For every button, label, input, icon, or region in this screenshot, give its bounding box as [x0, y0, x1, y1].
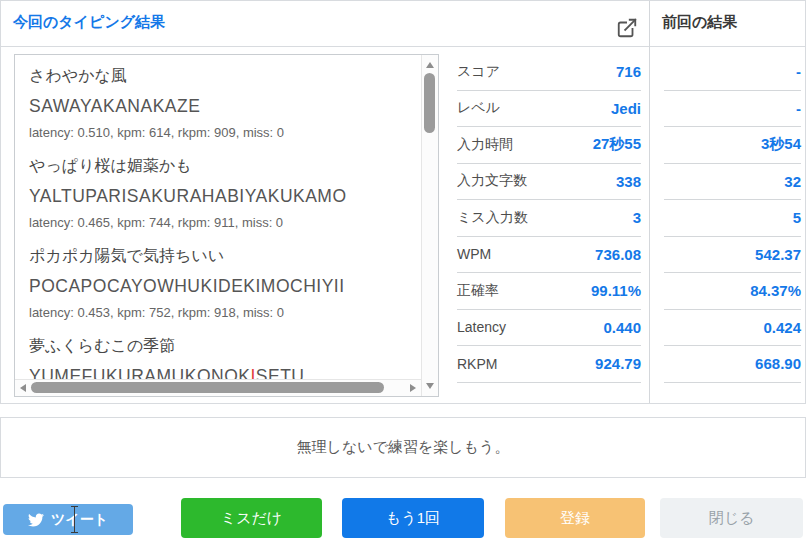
- stat-value: 736.08: [595, 246, 641, 263]
- stat-value: 0.440: [603, 319, 641, 336]
- prev-stat-value: 0.424: [763, 319, 801, 336]
- prev-stat-row: -: [664, 91, 801, 128]
- stat-label: 正確率: [457, 282, 499, 300]
- phrase-romaji: POCAPOCAYOWHUKIDEKIMOCHIYII: [29, 271, 421, 301]
- phrase-entry: やっぱり桜は媚薬かも YALTUPARISAKURAHABIYAKUKAMO l…: [29, 151, 421, 235]
- phrase-stats: latency: 0.510, kpm: 614, rkpm: 909, mis…: [29, 121, 421, 145]
- current-results-column: スコア 716 レベル Jedi 入力時間 27秒55 入力文字数 338 ミス…: [449, 46, 649, 383]
- scroll-right-arrow-icon[interactable]: [410, 384, 416, 392]
- phrase-kana: やっぱり桜は媚薬かも: [29, 151, 421, 181]
- phrase-kana: 夢ふくらむこの季節: [29, 331, 421, 361]
- phrase-log-content: さわやかな風 SAWAYAKANAKAZE latency: 0.510, kp…: [15, 55, 421, 397]
- stat-label: RKPM: [457, 356, 497, 372]
- prev-stat-row: 542.37: [664, 237, 801, 274]
- retry-button[interactable]: もう1回: [342, 498, 484, 538]
- vertical-scroll-thumb[interactable]: [424, 73, 435, 133]
- phrase-romaji: SAWAYAKANAKAZE: [29, 91, 421, 121]
- vertical-scrollbar[interactable]: [421, 55, 438, 396]
- stat-label: Latency: [457, 319, 506, 335]
- external-link-icon[interactable]: [616, 17, 638, 39]
- prev-stat-row: 84.37%: [664, 273, 801, 310]
- prev-stat-row: 0.424: [664, 310, 801, 347]
- stat-value: 924.79: [595, 355, 641, 372]
- encourage-message: 無理しないで練習を楽しもう。: [297, 438, 510, 457]
- stat-value: 99.11%: [591, 282, 641, 299]
- phrase-entry: さわやかな風 SAWAYAKANAKAZE latency: 0.510, kp…: [29, 61, 421, 145]
- stat-row-score: スコア 716: [457, 54, 641, 91]
- stat-row-rkpm: RKPM 924.79: [457, 346, 641, 383]
- stat-label: WPM: [457, 246, 491, 262]
- typing-result-dialog: 今回のタイピング結果 前回の結果 さわやかな風 SAWAYAKANAKAZE l…: [0, 0, 806, 541]
- phrase-entry: ポカポカ陽気で気持ちいい POCAPOCAYOWHUKIDEKIMOCHIYII…: [29, 241, 421, 325]
- tweet-button[interactable]: ツイート: [3, 504, 133, 535]
- miss-only-button[interactable]: ミスだけ: [181, 498, 322, 538]
- prev-stat-row: 3秒54: [664, 127, 801, 164]
- prev-stat-value: 5: [793, 209, 801, 226]
- stat-row-wpm: WPM 736.08: [457, 237, 641, 274]
- stat-row-misses: ミス入力数 3: [457, 200, 641, 237]
- phrase-romaji: YALTUPARISAKURAHABIYAKUKAMO: [29, 181, 421, 211]
- scroll-up-arrow-icon[interactable]: [426, 62, 434, 68]
- stat-row-latency: Latency 0.440: [457, 310, 641, 347]
- stat-row-accuracy: 正確率 99.11%: [457, 273, 641, 310]
- results-card: 今回のタイピング結果 前回の結果 さわやかな風 SAWAYAKANAKAZE l…: [0, 0, 806, 404]
- tweet-button-label: ツイート: [51, 511, 108, 529]
- prev-stat-row: -: [664, 54, 801, 91]
- prev-stat-value: 32: [784, 173, 801, 190]
- prev-stat-value: 542.37: [755, 246, 801, 263]
- previous-results-column: - - 3秒54 32 5 542.37 84.37% 0.424 668.90: [650, 46, 806, 383]
- stat-label: ミス入力数: [457, 209, 528, 227]
- message-card: 無理しないで練習を楽しもう。: [0, 417, 806, 478]
- stat-row-time: 入力時間 27秒55: [457, 127, 641, 164]
- text-cursor: [74, 506, 75, 533]
- scroll-left-arrow-icon[interactable]: [20, 384, 26, 392]
- page-title: 今回のタイピング結果: [13, 13, 165, 32]
- horizontal-scrollbar[interactable]: [15, 379, 421, 396]
- prev-stat-value: -: [796, 100, 801, 117]
- stat-row-chars: 入力文字数 338: [457, 164, 641, 201]
- twitter-bird-icon: [28, 512, 44, 528]
- previous-results-title: 前回の結果: [662, 13, 737, 32]
- prev-stat-value: 84.37%: [750, 282, 801, 299]
- prev-stat-row: 668.90: [664, 346, 801, 383]
- phrase-kana: ポカポカ陽気で気持ちいい: [29, 241, 421, 271]
- stat-value: 27秒55: [593, 135, 641, 154]
- stat-value: 338: [616, 173, 641, 190]
- stat-value: 716: [616, 63, 641, 80]
- stat-label: レベル: [457, 99, 500, 117]
- prev-stat-row: 32: [664, 164, 801, 201]
- stat-row-level: レベル Jedi: [457, 91, 641, 128]
- prev-stat-value: -: [796, 63, 801, 80]
- prev-stat-value: 3秒54: [761, 135, 801, 154]
- phrase-log-panel[interactable]: さわやかな風 SAWAYAKANAKAZE latency: 0.510, kp…: [14, 54, 439, 397]
- scroll-down-arrow-icon[interactable]: [426, 383, 434, 389]
- stat-label: 入力文字数: [457, 172, 527, 190]
- stat-value: 3: [633, 209, 641, 226]
- phrase-stats: latency: 0.465, kpm: 744, rkpm: 911, mis…: [29, 211, 421, 235]
- register-button[interactable]: 登録: [505, 498, 645, 538]
- stat-value: Jedi: [611, 100, 641, 117]
- prev-stat-row: 5: [664, 200, 801, 237]
- phrase-stats: latency: 0.453, kpm: 752, rkpm: 918, mis…: [29, 301, 421, 325]
- horizontal-scroll-thumb[interactable]: [31, 382, 384, 393]
- stat-label: スコア: [457, 63, 500, 81]
- phrase-kana: さわやかな風: [29, 61, 421, 91]
- stat-label: 入力時間: [457, 136, 513, 154]
- close-button[interactable]: 閉じる: [660, 498, 803, 538]
- prev-stat-value: 668.90: [755, 355, 801, 372]
